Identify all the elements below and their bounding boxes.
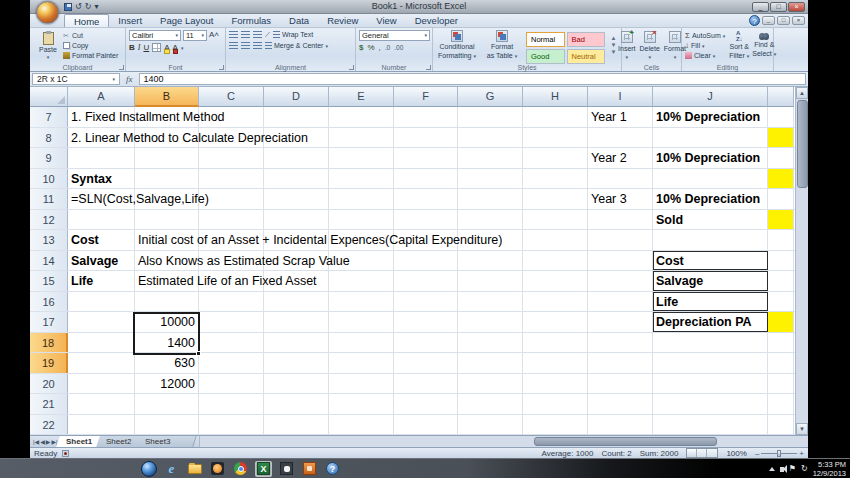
cell-k8[interactable] <box>768 128 794 148</box>
cell-g19[interactable] <box>458 353 523 373</box>
cell-h10[interactable] <box>523 169 588 189</box>
cell-h14[interactable] <box>523 251 588 271</box>
cell-k13[interactable] <box>768 230 794 250</box>
alignment-dialog-launcher[interactable] <box>349 65 354 70</box>
tab-developer[interactable]: Developer <box>406 14 467 27</box>
vertical-scroll-thumb[interactable] <box>797 100 808 188</box>
row-header-7[interactable]: 7 <box>30 107 68 127</box>
number-format-combo[interactable]: General▾ <box>359 30 430 41</box>
cell-i9[interactable]: Year 2 <box>588 148 653 168</box>
cell-i17[interactable] <box>588 312 653 332</box>
cell-e21[interactable] <box>329 394 394 414</box>
row-header-11[interactable]: 11 <box>30 189 68 209</box>
cell-e19[interactable] <box>329 353 394 373</box>
cell-h9[interactable] <box>523 148 588 168</box>
workbook-minimize-button[interactable]: _ <box>762 16 775 25</box>
cell-j8[interactable] <box>653 128 768 148</box>
wrap-text-button[interactable]: Wrap Text <box>273 30 313 39</box>
cell-g16[interactable] <box>458 292 523 312</box>
cell-f14[interactable] <box>394 251 458 271</box>
cell-a12[interactable] <box>68 210 135 230</box>
selection-range-b18-b19[interactable] <box>133 312 200 355</box>
fill-button[interactable]: ↓ Fill▾ <box>685 41 725 50</box>
select-all-corner[interactable] <box>30 87 68 107</box>
maximize-button[interactable]: □ <box>770 2 787 12</box>
style-neutral[interactable]: Neutral <box>567 49 606 64</box>
cell-f9[interactable] <box>394 148 458 168</box>
row-header-14[interactable]: 14 <box>30 251 68 271</box>
cell-f10[interactable] <box>394 169 458 189</box>
cell-h13[interactable] <box>523 230 588 250</box>
cell-f21[interactable] <box>394 394 458 414</box>
cell-h21[interactable] <box>523 394 588 414</box>
cell-b21[interactable] <box>135 394 199 414</box>
cell-h18[interactable] <box>523 333 588 353</box>
close-button[interactable]: × <box>788 2 805 12</box>
cell-a13[interactable]: Cost <box>68 230 135 250</box>
font-dialog-launcher[interactable] <box>219 65 224 70</box>
tab-formulas[interactable]: Formulas <box>222 14 280 27</box>
cell-h15[interactable] <box>523 271 588 291</box>
cell-i15[interactable] <box>588 271 653 291</box>
cell-d21[interactable] <box>264 394 329 414</box>
internet-explorer-icon[interactable]: e <box>163 461 180 477</box>
cell-j12[interactable]: Sold <box>653 210 768 230</box>
format-painter-button[interactable]: Format Painter <box>63 51 118 60</box>
cell-d12[interactable] <box>264 210 329 230</box>
cell-f15[interactable] <box>394 271 458 291</box>
cell-b20[interactable]: 12000 <box>135 374 199 394</box>
explorer-folder-icon[interactable] <box>186 461 203 477</box>
cell-a20[interactable] <box>68 374 135 394</box>
cell-i20[interactable] <box>588 374 653 394</box>
cell-f16[interactable] <box>394 292 458 312</box>
cell-b15[interactable]: Estimated Life of an Fixed Asset <box>135 271 199 291</box>
bold-button[interactable]: B <box>129 43 135 52</box>
cell-g12[interactable] <box>458 210 523 230</box>
cell-f8[interactable] <box>394 128 458 148</box>
cell-k12[interactable] <box>768 210 794 230</box>
cell-e22[interactable] <box>329 415 394 435</box>
row-header-21[interactable]: 21 <box>30 394 68 414</box>
scroll-up-icon[interactable]: ▲ <box>796 87 808 99</box>
cell-g14[interactable] <box>458 251 523 271</box>
cell-i8[interactable] <box>588 128 653 148</box>
cell-h12[interactable] <box>523 210 588 230</box>
cell-g10[interactable] <box>458 169 523 189</box>
cell-d17[interactable] <box>264 312 329 332</box>
cell-a11[interactable]: =SLN(Cost,Salvage,Life) <box>68 189 135 209</box>
cell-f12[interactable] <box>394 210 458 230</box>
cell-g15[interactable] <box>458 271 523 291</box>
cell-i7[interactable]: Year 1 <box>588 107 653 127</box>
column-header-i[interactable]: I <box>588 87 653 107</box>
grow-font-icon[interactable]: A˄ <box>209 30 219 41</box>
redo-icon[interactable]: ↻ <box>85 2 92 12</box>
paste-button[interactable]: Paste ▾ <box>33 30 63 61</box>
cell-f19[interactable] <box>394 353 458 373</box>
align-right-icon[interactable] <box>253 42 262 50</box>
cell-i18[interactable] <box>588 333 653 353</box>
style-normal[interactable]: Normal <box>526 32 565 47</box>
increase-decimal-icon[interactable]: .0 <box>385 44 390 51</box>
hidden-icons-arrow-icon[interactable] <box>769 467 775 471</box>
cell-i16[interactable] <box>588 292 653 312</box>
cell-k7[interactable] <box>768 107 794 127</box>
fill-color-icon[interactable]: A <box>164 44 169 52</box>
cell-j19[interactable] <box>653 353 768 373</box>
row-header-9[interactable]: 9 <box>30 148 68 168</box>
cell-i10[interactable] <box>588 169 653 189</box>
cell-g11[interactable] <box>458 189 523 209</box>
cell-g20[interactable] <box>458 374 523 394</box>
cell-j21[interactable] <box>653 394 768 414</box>
cell-a9[interactable] <box>68 148 135 168</box>
column-header-e[interactable]: E <box>329 87 394 107</box>
name-box[interactable]: 2R x 1C▾ <box>32 73 120 85</box>
cell-c18[interactable] <box>199 333 264 353</box>
cell-k21[interactable] <box>768 394 794 414</box>
horizontal-scroll-thumb[interactable] <box>534 437 717 446</box>
copy-button[interactable]: Copy <box>63 41 118 50</box>
delete-cells-button[interactable]: Delete▾ <box>640 30 660 61</box>
office-button[interactable] <box>36 1 59 24</box>
cell-i12[interactable] <box>588 210 653 230</box>
cell-g8[interactable] <box>458 128 523 148</box>
font-size-combo[interactable]: 11▾ <box>183 30 207 41</box>
